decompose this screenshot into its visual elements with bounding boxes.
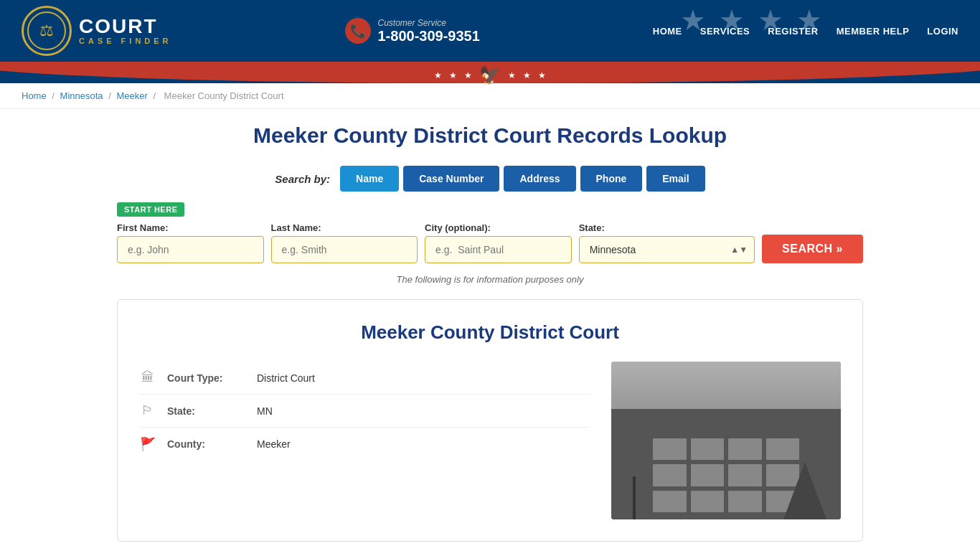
court-card: Meeker County District Court 🏛 Court Typ… <box>117 299 863 542</box>
city-label: City (optional): <box>425 222 572 233</box>
logo-text-area: COURT CASE FINDER <box>79 17 172 45</box>
ribbon-star: ★ <box>538 70 546 80</box>
court-info-table: 🏛 Court Type: District Court 🏳 State: MN… <box>139 362 590 519</box>
sign-pole <box>633 476 636 519</box>
state-group: State: Minnesota Alabama Alaska Arizona … <box>579 222 755 263</box>
star-icon: ★ <box>680 4 706 37</box>
phone-number: 1-800-309-9351 <box>378 28 480 44</box>
last-name-label: Last Name: <box>271 222 418 233</box>
state-select-wrapper: Minnesota Alabama Alaska Arizona Califor… <box>579 236 755 263</box>
first-name-input[interactable] <box>117 236 264 263</box>
breadcrumb-current: Meeker County District Court <box>164 90 284 101</box>
breadcrumb-minnesota[interactable]: Minnesota <box>60 90 103 101</box>
ribbon-star: ★ <box>434 70 442 80</box>
logo-finder-text: CASE FINDER <box>79 37 172 45</box>
state-label: State: <box>579 222 755 233</box>
breadcrumb-separator: / <box>52 90 57 101</box>
ribbon-stars-row: ★ ★ ★ 🦅 ★ ★ ★ <box>434 65 546 85</box>
window <box>653 464 687 486</box>
info-note: The following is for information purpose… <box>117 274 863 285</box>
phone-details: Customer Service 1-800-309-9351 <box>378 18 480 44</box>
breadcrumb-meeker[interactable]: Meeker <box>116 90 147 101</box>
breadcrumb-separator: / <box>153 90 158 101</box>
court-card-title: Meeker County District Court <box>139 321 841 344</box>
logo-court-text: COURT <box>79 17 172 37</box>
last-name-input[interactable] <box>271 236 418 263</box>
state-icon: 🏳 <box>139 403 156 418</box>
building-windows <box>646 431 806 519</box>
first-name-group: First Name: <box>117 222 264 263</box>
ribbon-container: ★ ★ ★ 🦅 ★ ★ ★ <box>0 62 980 83</box>
state-select[interactable]: Minnesota Alabama Alaska Arizona Califor… <box>579 236 755 263</box>
main-content: Meeker County District Court Records Loo… <box>95 109 885 551</box>
site-header: ★ ★ ★ ★ ⚖ COURT CASE FINDER 📞 Customer S… <box>0 0 980 62</box>
last-name-group: Last Name: <box>271 222 418 263</box>
court-card-content: 🏛 Court Type: District Court 🏳 State: MN… <box>139 362 841 519</box>
city-input[interactable] <box>425 236 572 263</box>
ribbon-star: ★ <box>464 70 472 80</box>
window <box>653 438 687 460</box>
search-tab-case-number[interactable]: Case Number <box>403 166 499 192</box>
star-icon: ★ <box>758 4 783 37</box>
search-by-label: Search by: <box>275 173 330 185</box>
court-type-icon: 🏛 <box>139 370 156 385</box>
city-group: City (optional): <box>425 222 572 263</box>
breadcrumb-separator: / <box>108 90 113 101</box>
search-by-row: Search by: Name Case Number Address Phon… <box>117 166 863 192</box>
county-label: County: <box>167 438 246 450</box>
logo-inner-circle: ⚖ <box>27 11 66 50</box>
phone-icon: 📞 <box>345 18 371 44</box>
first-name-label: First Name: <box>117 222 264 233</box>
gavel-icon: ⚖ <box>39 22 54 40</box>
star-icon: ★ <box>719 4 745 37</box>
search-button[interactable]: SEARCH » <box>762 235 863 263</box>
nav-login[interactable]: LOGIN <box>927 26 958 37</box>
court-type-row: 🏛 Court Type: District Court <box>139 362 590 395</box>
phone-label: Customer Service <box>378 18 480 28</box>
ribbon-star: ★ <box>449 70 457 80</box>
window <box>766 438 800 460</box>
court-type-label: Court Type: <box>167 372 246 384</box>
state-row: 🏳 State: MN <box>139 395 590 428</box>
header-stars-decoration: ★ ★ ★ ★ <box>680 4 822 37</box>
search-form: First Name: Last Name: City (optional): … <box>117 222 863 263</box>
breadcrumb-home[interactable]: Home <box>22 90 47 101</box>
county-icon: 🚩 <box>139 436 156 452</box>
window <box>691 464 725 486</box>
search-tab-email[interactable]: Email <box>646 166 705 192</box>
state-value: MN <box>257 405 273 417</box>
state-label-card: State: <box>167 405 246 417</box>
search-tab-address[interactable]: Address <box>504 166 575 192</box>
nav-member-help[interactable]: MEMBER HELP <box>837 26 910 37</box>
nav-home[interactable]: HOME <box>653 26 682 37</box>
window <box>728 491 762 512</box>
ribbon-star: ★ <box>508 70 516 80</box>
ribbon-eagle-icon: 🦅 <box>479 65 501 85</box>
phone-area: 📞 Customer Service 1-800-309-9351 <box>345 18 480 44</box>
search-tab-name[interactable]: Name <box>340 166 399 192</box>
court-building-image <box>611 362 841 519</box>
start-here-badge: START HERE <box>117 202 184 217</box>
window <box>728 438 762 460</box>
window <box>691 438 725 460</box>
ribbon-star: ★ <box>523 70 531 80</box>
window <box>766 464 800 486</box>
county-row: 🚩 County: Meeker <box>139 428 590 461</box>
star-icon: ★ <box>796 4 822 37</box>
window <box>653 491 687 512</box>
search-tab-phone[interactable]: Phone <box>580 166 643 192</box>
county-value: Meeker <box>257 438 291 450</box>
logo-badge: ⚖ <box>22 6 72 56</box>
logo-area[interactable]: ⚖ COURT CASE FINDER <box>22 6 172 56</box>
window <box>728 464 762 486</box>
page-title: Meeker County District Court Records Loo… <box>117 123 863 148</box>
court-image-inner <box>611 362 841 519</box>
court-type-value: District Court <box>257 372 315 384</box>
window <box>691 491 725 512</box>
breadcrumb: Home / Minnesota / Meeker / Meeker Count… <box>0 83 980 109</box>
